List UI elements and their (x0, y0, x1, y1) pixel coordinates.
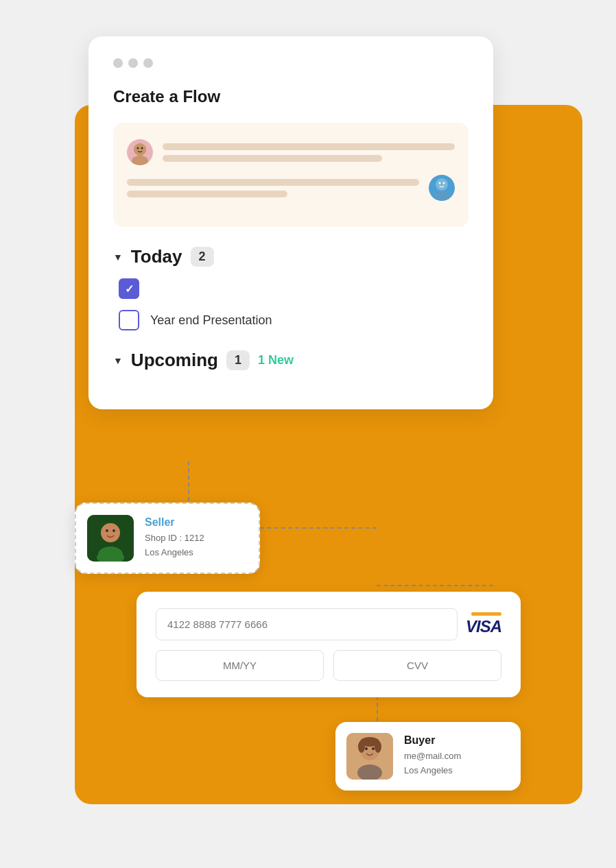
seller-name: Seller (145, 516, 204, 529)
buyer-info: Buyer me@mail.com Los Angeles (404, 734, 461, 778)
seller-card: Seller Shop ID : 1212 Los Angeles (75, 503, 260, 574)
message-row-1 (127, 139, 455, 165)
buyer-name: Buyer (404, 734, 461, 747)
task-item-2: Year end Presentation (119, 310, 469, 330)
seller-location: Los Angeles (145, 546, 204, 560)
message-row-2 (127, 175, 455, 201)
avatar-receiver (429, 175, 455, 201)
svg-point-10 (101, 523, 120, 542)
upcoming-arrow-icon[interactable]: ▼ (113, 355, 123, 366)
buyer-location: Los Angeles (404, 764, 461, 778)
svg-point-13 (112, 529, 115, 532)
task-list: Year end Presentation (119, 278, 469, 330)
dot-1 (113, 58, 123, 68)
today-section-header: ▼ Today 2 (113, 246, 469, 267)
msg-line (163, 143, 455, 150)
visa-logo-container: VISA (466, 612, 501, 636)
card-expiry-input[interactable] (156, 650, 324, 681)
task-checkbox-2[interactable] (119, 310, 139, 330)
buyer-avatar (346, 733, 393, 780)
task-checkbox-1[interactable] (119, 278, 139, 299)
svg-point-3 (137, 147, 139, 149)
buyer-card: Buyer me@mail.com Los Angeles (335, 722, 521, 791)
today-label: Today (131, 246, 182, 267)
message-lines-2 (127, 179, 419, 197)
payment-card: VISA (137, 592, 521, 697)
svg-point-12 (106, 529, 108, 532)
svg-point-1 (134, 143, 146, 156)
visa-logo: VISA (466, 617, 501, 636)
card-number-input[interactable] (156, 608, 458, 640)
card-expiry-row (156, 650, 501, 681)
dot-2 (128, 58, 138, 68)
upcoming-label: Upcoming (131, 350, 218, 371)
msg-line (127, 179, 419, 186)
svg-point-5 (436, 178, 448, 191)
svg-point-22 (375, 740, 381, 753)
buyer-email: me@mail.com (404, 749, 461, 764)
dot-3 (143, 58, 153, 68)
svg-point-19 (372, 747, 375, 750)
connector-line-h2 (377, 585, 493, 586)
today-count-badge: 2 (191, 247, 214, 267)
svg-point-21 (358, 740, 365, 753)
seller-info: Seller Shop ID : 1212 Los Angeles (145, 516, 204, 560)
msg-line (127, 191, 287, 197)
svg-point-8 (443, 182, 445, 184)
window-controls (113, 58, 469, 68)
seller-shop-id: Shop ID : 1212 (145, 531, 204, 546)
visa-top-bar (471, 612, 501, 616)
message-lines-1 (163, 143, 455, 162)
svg-point-6 (434, 191, 450, 201)
msg-line (163, 155, 382, 162)
card-number-row: VISA (156, 608, 501, 640)
task-label-2: Year end Presentation (150, 313, 272, 328)
task-item-1 (119, 278, 469, 299)
card-cvv-input[interactable] (333, 650, 501, 681)
scene: Create a Flow (47, 23, 569, 845)
upcoming-section-header: ▼ Upcoming 1 1 New (113, 350, 469, 371)
main-card: Create a Flow (88, 36, 493, 409)
svg-point-2 (132, 156, 148, 165)
conversation-preview (113, 123, 469, 227)
upcoming-new-badge: 1 New (258, 353, 294, 367)
upcoming-count-badge: 1 (226, 350, 250, 370)
seller-avatar (87, 515, 134, 562)
svg-point-7 (439, 182, 441, 184)
connector-line-h1 (260, 527, 377, 529)
today-arrow-icon[interactable]: ▼ (113, 252, 123, 263)
svg-point-4 (141, 147, 143, 149)
svg-point-18 (365, 747, 368, 750)
avatar-sender (127, 139, 153, 165)
page-title: Create a Flow (113, 87, 469, 106)
